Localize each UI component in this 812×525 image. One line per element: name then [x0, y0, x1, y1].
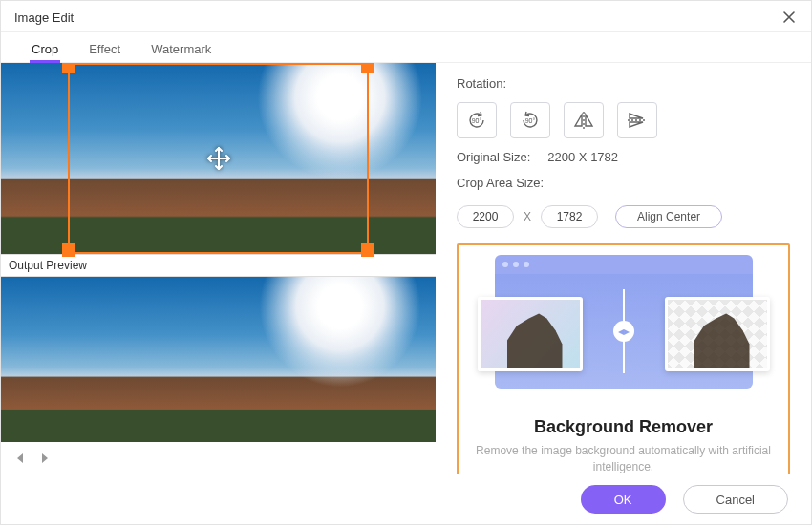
original-size-value: 2200 X 1782 [547, 150, 618, 164]
output-image [1, 277, 436, 442]
align-center-button[interactable]: Align Center [615, 205, 722, 228]
promo-illustration: ◂▸ [495, 255, 753, 388]
close-icon[interactable] [780, 9, 798, 26]
promo-subtitle: Remove the image background automaticall… [472, 443, 775, 474]
titlebar: Image Edit [1, 1, 811, 32]
promo-title: Background Remover [534, 417, 713, 437]
next-frame-icon[interactable] [39, 452, 53, 465]
crop-preview[interactable] [1, 63, 436, 254]
cancel-button[interactable]: Cancel [683, 485, 788, 514]
crop-frame[interactable] [1, 63, 436, 254]
settings-panel: Rotation: 90° 90° Original Size: 2200 X … [436, 63, 811, 474]
tab-crop[interactable]: Crop [30, 38, 60, 62]
ok-button[interactable]: OK [581, 485, 666, 514]
dialog-footer: OK Cancel [1, 474, 811, 524]
svg-text:90°: 90° [472, 117, 482, 124]
crop-handle-br[interactable] [361, 243, 374, 257]
rotate-cw-button[interactable]: 90° [510, 102, 550, 138]
crop-handle-tl[interactable] [62, 63, 75, 74]
prev-frame-icon[interactable] [12, 452, 26, 465]
preview-panel: Output Preview [1, 63, 436, 474]
compare-slider-icon: ◂▸ [613, 321, 634, 342]
flip-vertical-button[interactable] [617, 102, 657, 138]
rotation-label: Rotation: [457, 76, 790, 91]
tab-bar: Crop Effect Watermark [1, 32, 811, 63]
crop-handle-tr[interactable] [361, 63, 374, 74]
tab-watermark[interactable]: Watermark [149, 38, 213, 62]
output-preview-label: Output Preview [1, 254, 436, 277]
crop-width-input[interactable] [457, 205, 514, 228]
preview-nav [1, 442, 436, 474]
move-icon[interactable] [205, 145, 232, 172]
flip-horizontal-button[interactable] [564, 102, 604, 138]
crop-height-input[interactable] [541, 205, 598, 228]
window-title: Image Edit [14, 10, 74, 25]
background-remover-promo[interactable]: ◂▸ Background Remover Remove the image b… [457, 243, 790, 474]
svg-text:90°: 90° [525, 117, 536, 124]
crop-area-label: Crop Area Size: [457, 176, 790, 190]
output-preview [1, 277, 436, 442]
tab-effect[interactable]: Effect [87, 38, 122, 62]
crop-handle-bl[interactable] [62, 243, 75, 257]
rotate-ccw-button[interactable]: 90° [457, 102, 497, 138]
original-size-label: Original Size: [457, 150, 530, 164]
dimension-separator: X [524, 210, 531, 223]
